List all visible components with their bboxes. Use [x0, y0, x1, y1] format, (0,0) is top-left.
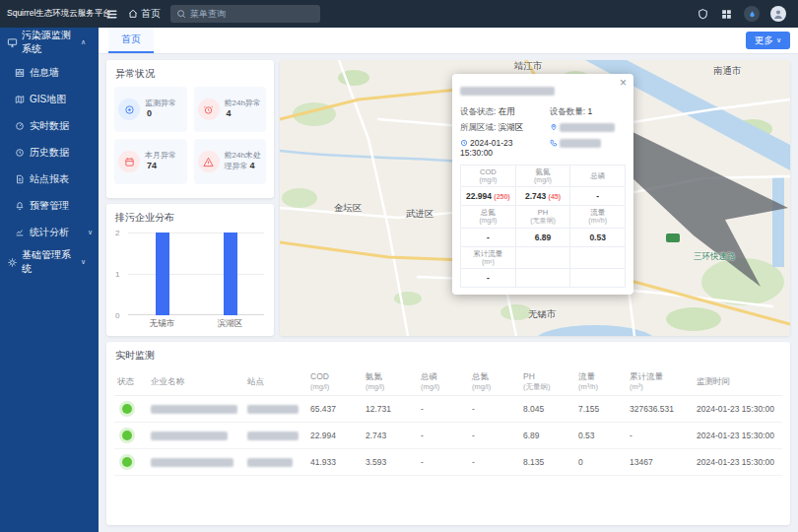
sidebar-item-alert-management[interactable]: 预警管理: [0, 192, 99, 219]
cell-flow: 0.53: [575, 423, 627, 449]
popup-info: 设备状态: 在用 设备数量: 1 所属区域: 滨湖区 2024-01-23 15…: [460, 106, 626, 158]
cell-cod: 65.437: [307, 396, 363, 423]
redacted-company-name: [151, 458, 233, 467]
station-popup: × 设备状态: 在用 设备数量: 1 所属区域: 滨湖区 2024-01-23 …: [452, 74, 633, 295]
x-tick: 无锡市: [128, 318, 196, 330]
hamburger-menu-icon[interactable]: [99, 8, 124, 21]
realtime-title: 实时监测: [106, 342, 790, 366]
region-value: 滨湖区: [499, 122, 524, 132]
stat-label: 前24h未处理异常: [225, 151, 261, 170]
sidebar-section-pollution-monitor[interactable]: 污染源监测系统 ∧: [0, 28, 99, 57]
sidebar-item-gis-map[interactable]: GIS地图: [0, 86, 99, 112]
bell-icon: [15, 201, 25, 211]
sidebar-item-label: 信息墙: [30, 66, 59, 80]
cell-flow: 0: [575, 449, 627, 476]
document-icon: [15, 174, 25, 184]
realtime-table: 状态 企业名称 站点 COD(mg/l) 氨氮(mg/l) 总磷(mg/l) 总…: [114, 367, 782, 476]
stat-value: 4: [227, 108, 232, 118]
y-tick: 0: [115, 311, 119, 320]
table-row[interactable]: 41.933 3.593 - - 8.135 0 13467 2024-01-2…: [114, 449, 782, 476]
stat-last24h-abnormal[interactable]: 前24h异常4: [194, 87, 267, 132]
redacted-company-name: [151, 432, 228, 440]
location-pin-icon: [550, 123, 558, 131]
sidebar-item-info-wall[interactable]: 信息墙: [0, 59, 99, 86]
sidebar-item-history-data[interactable]: 历史数据: [0, 139, 99, 166]
cell-tp: -: [418, 396, 469, 423]
cell-flow: 7.155: [575, 396, 627, 423]
wall-icon: [15, 68, 25, 78]
cell-nh3n: 2.743: [363, 423, 418, 449]
more-button[interactable]: 更多 ∨: [746, 32, 790, 49]
sidebar-section-label: 污染源监测系统: [22, 29, 77, 56]
sidebar-item-station-report[interactable]: 站点报表: [0, 166, 99, 192]
menu-search-input[interactable]: [190, 9, 314, 19]
chart-title: 排污企业分布: [106, 204, 274, 229]
stat-value: 74: [147, 161, 157, 170]
redacted-station-name: [247, 458, 293, 467]
status-dot-online: [122, 457, 132, 467]
cell-total-flow: 327636.531: [627, 396, 694, 423]
device-status-value: 在用: [499, 106, 515, 116]
status-dot-online: [122, 431, 132, 440]
sidebar-item-stat-analysis[interactable]: 统计分析 ∨: [0, 219, 99, 245]
water-drop-icon[interactable]: [744, 6, 760, 22]
user-avatar[interactable]: [770, 6, 786, 22]
sidebar-section-basic-management[interactable]: 基础管理系统 ∨: [0, 247, 99, 277]
y-tick: 1: [115, 270, 119, 279]
topbar: Squirrel生态环境云服务平台 首页: [0, 0, 798, 28]
region-label: 所属区域:: [460, 122, 496, 132]
cell-nh3n: 3.593: [363, 449, 418, 476]
stat-month-abnormal[interactable]: 本月异常74: [114, 139, 187, 184]
sidebar-menu: 信息墙 GIS地图 实时数据 历史数据 站点报表 预警管理: [0, 57, 99, 247]
cell-cod: 41.933: [307, 449, 363, 476]
cell-time: 2024-01-23 15:30:00: [694, 449, 782, 476]
x-tick: 滨湖区: [196, 318, 264, 330]
tab-home[interactable]: 首页: [108, 28, 154, 53]
cell-tn: -: [469, 449, 520, 476]
stat-value: 4: [250, 161, 255, 170]
shield-badge-icon[interactable]: [697, 8, 709, 21]
enterprise-distribution-card: 排污企业分布 2 1 0 无锡市 滨湖区: [106, 204, 274, 336]
gauge-icon: [15, 121, 25, 131]
sidebar-item-label: 统计分析: [30, 226, 69, 239]
sidebar-item-realtime-data[interactable]: 实时数据: [0, 112, 99, 139]
device-status-label: 设备状态:: [460, 106, 496, 116]
chevron-down-icon: ∨: [88, 229, 93, 236]
menu-search-box[interactable]: [170, 5, 320, 23]
chevron-down-icon: ∨: [776, 36, 781, 44]
bar-wuxi: [156, 233, 169, 315]
map-icon: [15, 95, 25, 104]
cell-tn: -: [469, 396, 520, 423]
monitor-icon: [7, 37, 18, 48]
stat-label: 本月异常: [145, 151, 176, 160]
line-chart-icon: [15, 228, 25, 237]
home-icon: [128, 9, 138, 19]
warning-icon: [198, 151, 220, 172]
table-row[interactable]: 65.437 12.731 - - 8.045 7.155 327636.531…: [114, 396, 782, 423]
stat-monitor-abnormal[interactable]: 监测异常0: [114, 87, 187, 132]
abnormal-stat-grid: 监测异常0 前24h异常4 本月异常74: [106, 85, 274, 186]
app-logo: Squirrel生态环境云服务平台: [0, 8, 99, 20]
close-icon[interactable]: ×: [620, 77, 627, 89]
sidebar-item-label: 站点报表: [30, 172, 69, 186]
chevron-down-icon: ∨: [81, 258, 86, 266]
cell-time: 2024-01-23 15:30:00: [694, 423, 782, 449]
cell-tp: -: [418, 423, 469, 449]
bar-chart: 2 1 0: [128, 233, 264, 315]
apps-grid-icon[interactable]: [720, 8, 733, 21]
stat-unhandled-abnormal[interactable]: 前24h未处理异常4: [194, 139, 267, 184]
breadcrumb-home[interactable]: 首页: [128, 7, 161, 21]
y-tick: 2: [115, 229, 119, 237]
x-axis-labels: 无锡市 滨湖区: [128, 318, 264, 330]
redacted-company-name: [151, 405, 237, 414]
abnormal-status-card: 异常状况 监测异常0 前24h异常4: [106, 60, 274, 198]
stat-label: 前24h异常: [225, 99, 261, 107]
redacted-address: [560, 123, 615, 132]
abnormal-card-title: 异常状况: [106, 60, 274, 85]
gis-map[interactable]: 南通市 靖江市 常州市 金坛区 武进区 无锡市 三环快速路 × 设备状态: 在用…: [280, 60, 790, 336]
target-icon: [118, 99, 140, 120]
topbar-actions: [697, 6, 798, 22]
table-row[interactable]: 22.994 2.743 - - 6.89 0.53 - 2024-01-23 …: [114, 423, 782, 449]
cell-ph: 8.135: [520, 449, 575, 476]
sidebar-item-label: 历史数据: [30, 146, 69, 160]
